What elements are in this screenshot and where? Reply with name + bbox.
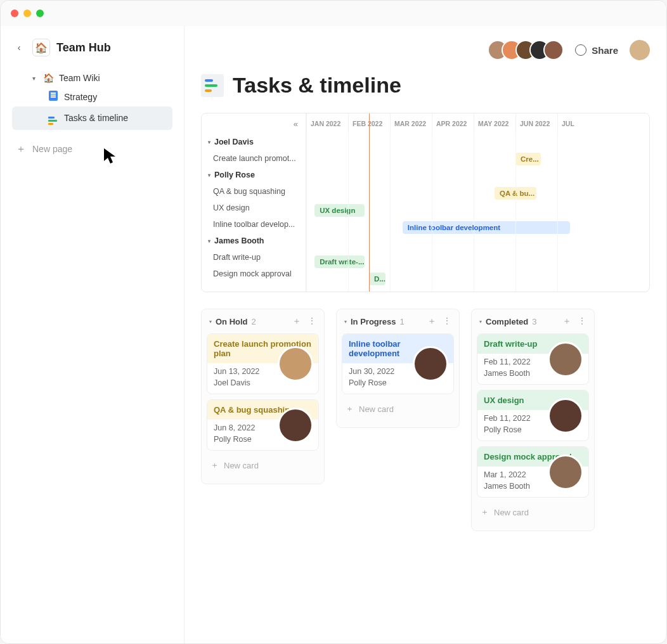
today-marker (369, 113, 370, 292)
card-date: Mar 1, 2022 (484, 470, 550, 479)
kanban-column: ▾On Hold2＋⋮Create launch promotion planJ… (201, 309, 325, 484)
timeline-bar[interactable]: Draft write-... (314, 255, 365, 268)
page-title-block: Tasks & timeline (201, 73, 650, 98)
sidebar: ‹ 🏠 Team Hub ▾ 🏠 Team Wiki Strategy (1, 26, 185, 643)
month-header: JAN 2022 (306, 113, 348, 134)
card-assignee: James Booth (484, 369, 550, 378)
new-page-label: New page (32, 144, 72, 154)
chevron-down-icon[interactable]: ▾ (209, 319, 212, 325)
add-card-icon[interactable]: ＋ (427, 316, 436, 327)
card-assignee: Polly Rose (214, 435, 280, 444)
current-user-avatar[interactable] (630, 40, 650, 60)
timeline-bar[interactable]: D... (369, 273, 385, 285)
timeline-task-list: « ▾Joel DavisCreate launch promot...▾Pol… (202, 113, 306, 292)
workspace-header: ‹ 🏠 Team Hub (12, 39, 172, 56)
column-menu-icon[interactable]: ⋮ (578, 316, 586, 327)
close-window-icon[interactable] (11, 10, 18, 17)
share-label: Share (592, 45, 618, 56)
card-date: Jun 13, 2022 (214, 367, 280, 376)
timeline-task-label[interactable]: Draft write-up (202, 249, 306, 266)
plus-icon: ＋ (210, 460, 219, 471)
kanban-card[interactable]: QA & bug squashingJun 8, 2022Polly Rose (207, 399, 319, 451)
add-card-icon[interactable]: ＋ (562, 316, 571, 327)
share-button[interactable]: Share (575, 44, 618, 56)
timeline-bar[interactable]: Inline toolbar development (403, 221, 570, 234)
timeline-chart[interactable]: JAN 2022FEB 2022MAR 2022APR 2022MAY 2022… (306, 113, 649, 292)
month-header: JUN 2022 (515, 113, 557, 134)
month-header: MAY 2022 (474, 113, 515, 134)
card-date: Jun 8, 2022 (214, 423, 280, 432)
kanban-column-header: ▾Completed3＋⋮ (477, 316, 589, 327)
kanban-column: ▾Completed3＋⋮Draft write-upFeb 11, 2022J… (471, 309, 595, 531)
kanban-column-title: Completed (486, 317, 528, 326)
timeline-widget[interactable]: « ▾Joel DavisCreate launch promot...▾Pol… (201, 113, 650, 292)
back-button[interactable]: ‹ (12, 41, 26, 55)
timeline-group[interactable]: ▾Polly Rose (202, 167, 306, 183)
collapse-panel-icon[interactable]: « (294, 119, 298, 129)
kanban-card[interactable]: Draft write-upFeb 11, 2022James Booth (477, 333, 589, 385)
tree-label: Team Wiki (59, 73, 100, 83)
kanban-board: ▾On Hold2＋⋮Create launch promotion planJ… (201, 309, 650, 531)
card-assignee: Polly Rose (349, 378, 415, 387)
topbar: Share (201, 40, 650, 60)
kanban-card[interactable]: Create launch promotion planJun 13, 2022… (207, 333, 319, 394)
document-icon (48, 91, 59, 103)
avatar (548, 342, 583, 377)
avatar (548, 454, 583, 490)
kanban-column-count: 1 (400, 317, 405, 326)
chevron-down-icon[interactable]: ▾ (344, 319, 347, 325)
card-assignee: Joel Davis (214, 378, 280, 387)
card-date: Feb 11, 2022 (484, 414, 550, 423)
titlebar (1, 1, 666, 26)
timeline-task-label[interactable]: QA & bug squashing (202, 183, 306, 200)
kanban-card[interactable]: Design mock approvalMar 1, 2022James Boo… (477, 446, 589, 498)
card-assignee: James Booth (484, 482, 550, 491)
timeline-icon (48, 110, 59, 126)
globe-icon (575, 44, 586, 56)
workspace-title: Team Hub (56, 41, 111, 55)
tree-item-wiki[interactable]: ▾ 🏠 Team Wiki (12, 69, 172, 87)
kanban-card[interactable]: Inline toolbar developmentJun 30, 2022Po… (342, 333, 454, 394)
tree-item-strategy[interactable]: Strategy (12, 87, 172, 106)
tree-label: Tasks & timeline (64, 113, 128, 123)
card-assignee: Polly Rose (484, 425, 550, 434)
avatar (278, 408, 313, 443)
timeline-group[interactable]: ▾Joel Davis (202, 134, 306, 150)
new-card-button[interactable]: ＋New card (342, 399, 454, 418)
timeline-bar[interactable]: Cre... (515, 153, 541, 165)
kanban-column-count: 3 (532, 317, 536, 326)
timeline-task-label[interactable]: UX design (202, 200, 306, 216)
house-icon: 🏠 (42, 73, 54, 83)
main-content: Share Tasks & timeline « (185, 26, 666, 643)
kanban-column-count: 2 (252, 317, 256, 326)
column-menu-icon[interactable]: ⋮ (308, 316, 316, 327)
tree-item-tasks-timeline[interactable]: Tasks & timeline (12, 106, 172, 130)
timeline-task-label[interactable]: Inline toolbar develop... (202, 216, 306, 233)
timeline-group[interactable]: ▾James Booth (202, 233, 306, 249)
new-card-button[interactable]: ＋New card (207, 456, 319, 475)
chevron-down-icon[interactable]: ▾ (30, 75, 37, 82)
column-menu-icon[interactable]: ⋮ (443, 316, 451, 327)
month-header: MAR 2022 (390, 113, 432, 134)
new-card-button[interactable]: ＋New card (477, 503, 589, 522)
card-date: Jun 30, 2022 (349, 367, 415, 376)
workspace-icon: 🏠 (32, 39, 50, 56)
add-card-icon[interactable]: ＋ (292, 316, 301, 327)
minimize-window-icon[interactable] (23, 10, 31, 17)
kanban-card[interactable]: UX designFeb 11, 2022Polly Rose (477, 390, 589, 441)
tree-label: Strategy (64, 92, 97, 102)
kanban-column-header: ▾In Progress1＋⋮ (342, 316, 454, 327)
timeline-task-label[interactable]: Create launch promot... (202, 150, 306, 167)
kanban-column-title: On Hold (216, 317, 248, 326)
maximize-window-icon[interactable] (36, 10, 44, 17)
avatar[interactable] (543, 40, 564, 60)
month-header: JUL (557, 113, 599, 134)
chevron-down-icon[interactable]: ▾ (479, 319, 482, 325)
kanban-column-title: In Progress (351, 317, 396, 326)
new-page-button[interactable]: ＋ New page (12, 139, 172, 159)
kanban-column-header: ▾On Hold2＋⋮ (207, 316, 319, 327)
collaborator-avatars[interactable] (494, 40, 564, 60)
avatar (278, 346, 313, 382)
timeline-task-label[interactable]: Design mock approval (202, 266, 306, 282)
timeline-bar[interactable]: UX design (314, 204, 365, 217)
